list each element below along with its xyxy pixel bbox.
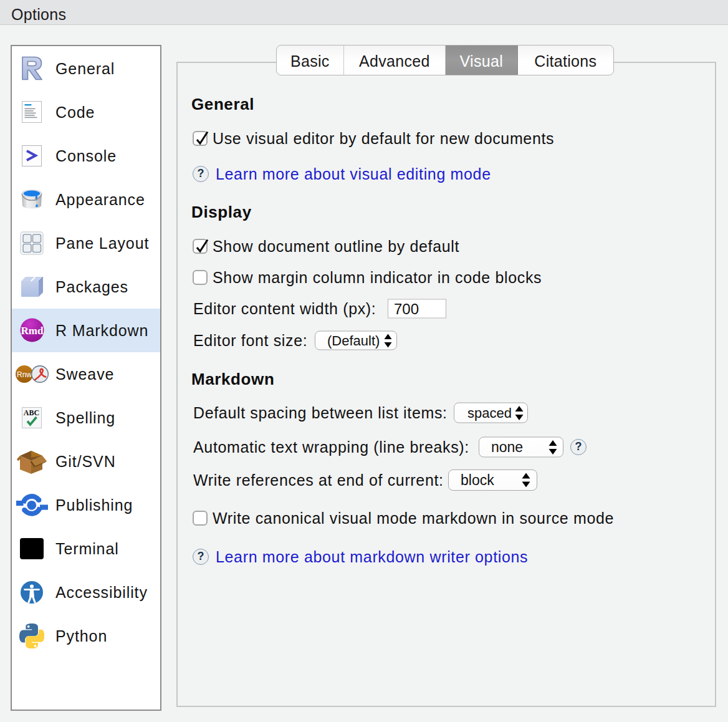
svg-text:Rnw: Rnw — [16, 370, 31, 379]
svg-text:Rmd: Rmd — [21, 325, 43, 337]
svg-text:ABC: ABC — [24, 408, 39, 417]
